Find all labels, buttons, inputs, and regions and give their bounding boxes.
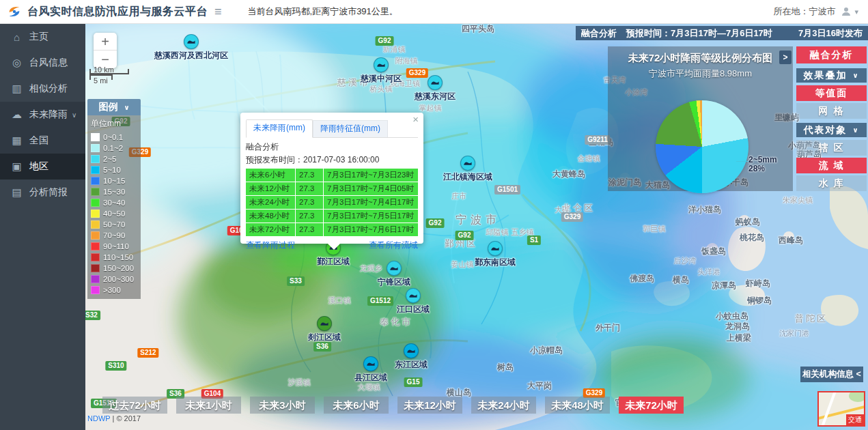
- legend-item: 90~110: [91, 241, 137, 252]
- time-range-button[interactable]: 未来12小时: [397, 397, 462, 414]
- row-time-range: 7月3日17时~7月4日17时: [324, 196, 418, 209]
- sidebar-item[interactable]: ▥ 相似分析: [0, 76, 85, 102]
- chevron-down-icon: ∨: [852, 126, 859, 134]
- view-rain-process-link[interactable]: 查看降雨过程: [246, 240, 295, 251]
- row-time-range: 7月3日17时~7月5日17时: [324, 210, 418, 223]
- represent-option-button[interactable]: 辖 区: [796, 140, 867, 156]
- sidebar-item-label: 未来降雨: [29, 109, 68, 121]
- basin-marker-icon[interactable]: [374, 57, 389, 72]
- time-range-button[interactable]: 未来24小时: [471, 397, 536, 414]
- legend-color-swatch: [91, 133, 100, 141]
- basin-marker-icon[interactable]: [488, 241, 503, 256]
- forecast-info-bar: 融合分析 预报时间：7月3日17时—7月6日17时 7月3日16时发布: [576, 26, 868, 40]
- represent-option-button[interactable]: 水 库: [796, 175, 867, 191]
- legend-color-swatch: [91, 177, 100, 185]
- overlay-option-button[interactable]: 网 格: [796, 103, 867, 119]
- basin-marker-icon[interactable]: [317, 316, 332, 331]
- legend-range-label: 50~70: [103, 220, 125, 229]
- minimap-thumbnail[interactable]: 交通: [817, 391, 865, 427]
- legend-panel: 图例 ∨ 单位mm 0~0.1 0.1~2 2~5: [87, 99, 141, 299]
- basin-marker-label: 慈溪中河区: [361, 73, 402, 85]
- legend-item: 30~40: [91, 197, 137, 208]
- legend-color-swatch: [91, 264, 100, 272]
- view-all-basins-link[interactable]: 查看所有流域: [369, 240, 418, 251]
- pie-callout-leader: [736, 161, 750, 162]
- user-menu-caret-icon[interactable]: ▾: [854, 8, 858, 16]
- menu-toggle-icon[interactable]: ≡: [214, 5, 222, 19]
- row-rain-value: 27.3: [296, 196, 323, 209]
- legend-color-swatch: [91, 220, 100, 229]
- road-number-badge: G15: [404, 377, 423, 387]
- legend-item: 0~0.1: [91, 132, 137, 143]
- basin-marker-label: 江口区域: [397, 304, 430, 315]
- road-number-badge: G1512: [367, 296, 393, 306]
- popup-tab[interactable]: 未来降雨(mm): [246, 119, 313, 138]
- sidebar-item[interactable]: ▦ 全国: [0, 128, 85, 154]
- related-agency-button[interactable]: 相关机构信息 <: [800, 367, 863, 382]
- legend-range-label: 5~10: [103, 166, 121, 174]
- legend-item: 0.1~2: [91, 143, 137, 154]
- popup-tab[interactable]: 降雨特征值(mm): [313, 120, 388, 137]
- sidebar-item[interactable]: ☁ 未来降雨 ∨: [0, 102, 85, 128]
- table-row: 未来12小时 27.3 7月3日17时~7月4日05时: [246, 182, 418, 195]
- basin-marker: 东江区域: [395, 343, 428, 371]
- basin-marker-icon[interactable]: [363, 356, 378, 371]
- popup-tabs: 未来降雨(mm) 降雨特征值(mm): [246, 119, 418, 138]
- legend-header[interactable]: 图例 ∨: [87, 99, 141, 115]
- table-row: 未来72小时 27.3 7月3日17时~7月6日17时: [246, 223, 418, 236]
- sidebar-item[interactable]: ⌂ 主页: [0, 24, 85, 50]
- row-period-label: 未来72小时: [246, 223, 295, 236]
- time-range-button[interactable]: 过去72小时: [102, 397, 167, 414]
- panel-expand-button[interactable]: >: [779, 51, 792, 64]
- basin-marker-label: 剡江区域: [308, 332, 341, 343]
- legend-item: 15~30: [91, 186, 137, 197]
- map-scale: 10 km 5 mi: [89, 69, 129, 80]
- basin-marker-label: 县江区域: [354, 372, 387, 384]
- fusion-analysis-button[interactable]: 融合分析: [796, 46, 867, 63]
- ndwp-link[interactable]: NDWP: [87, 414, 110, 422]
- sidebar-item-label: 相似分析: [29, 83, 68, 95]
- road-number-badge: G92: [376, 36, 394, 46]
- user-icon[interactable]: [841, 6, 852, 17]
- basin-marker-icon[interactable]: [428, 75, 443, 90]
- basin-marker-icon[interactable]: [460, 156, 475, 171]
- sidebar-item[interactable]: ▣ 地区: [0, 154, 85, 180]
- time-range-button[interactable]: 未来3小时: [250, 397, 315, 414]
- page-title: 台风实时信息防汛应用与服务云平台: [27, 5, 208, 19]
- represent-object-header[interactable]: 代表对象 ∨: [796, 123, 867, 137]
- sidebar-item-icon: ⌂: [11, 31, 23, 43]
- time-range-button[interactable]: 未来48小时: [545, 397, 610, 414]
- sidebar-item[interactable]: ▤ 分析简报: [0, 180, 85, 205]
- rain-detail-popup: × 未来降雨(mm) 降雨特征值(mm) 融合分析 预报发布时间：2017-07…: [240, 113, 423, 244]
- represent-option-button[interactable]: 流 域: [796, 158, 867, 173]
- overlay-effect-label: 效果叠加: [803, 70, 847, 82]
- overlay-effect-header[interactable]: 效果叠加 ∨: [796, 68, 867, 83]
- basin-marker-label: 东江区域: [395, 359, 428, 371]
- basin-marker-icon[interactable]: [406, 288, 421, 303]
- table-row: 未来48小时 27.3 7月3日17时~7月5日17时: [246, 210, 418, 223]
- time-range-button[interactable]: 未来6小时: [324, 397, 389, 414]
- rain-pie-chart: [656, 100, 748, 193]
- close-icon[interactable]: ×: [412, 115, 419, 124]
- legend-range-label: 110~150: [103, 253, 133, 261]
- basin-marker: 鄞东南区域: [475, 241, 516, 268]
- legend-range-label: 0.1~2: [103, 144, 123, 152]
- time-range-button[interactable]: 未来1小时: [176, 397, 241, 414]
- basin-marker-icon[interactable]: [184, 34, 199, 49]
- basin-marker-icon[interactable]: [404, 343, 419, 358]
- legend-color-swatch: [91, 155, 100, 163]
- chevron-down-icon: ∨: [72, 111, 76, 119]
- legend-range-label: 90~110: [103, 242, 129, 250]
- time-range-button[interactable]: 未来72小时: [619, 397, 684, 414]
- overlay-option-button[interactable]: 等值面: [796, 85, 867, 101]
- legend-range-label: 70~90: [103, 231, 125, 240]
- basin-marker-icon[interactable]: [387, 261, 402, 276]
- sidebar-item[interactable]: ◎ 台风信息: [0, 50, 85, 76]
- zoom-in-button[interactable]: +: [94, 33, 117, 51]
- wave-icon: [376, 60, 386, 70]
- legend-range-label: 10~15: [103, 177, 125, 185]
- row-time-range: 7月3日17时~7月6日17时: [324, 223, 418, 236]
- map-canvas[interactable]: 宁波市 慈溪市 鄞州区 北仑区 奉化市 普陀区 四平头岛 金塘岛 金塘镇 大黄蜂…: [85, 24, 868, 430]
- wave-icon: [430, 78, 440, 87]
- row-period-label: 未来6小时: [246, 169, 295, 182]
